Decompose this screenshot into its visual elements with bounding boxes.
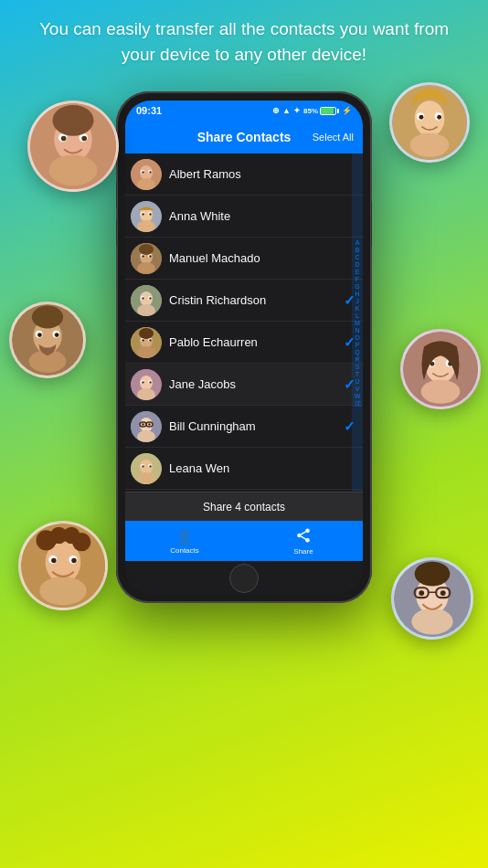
charging-icon: ⚡ xyxy=(342,106,352,115)
svg-point-71 xyxy=(139,244,154,255)
tab-bar: 👤 Contacts Share xyxy=(125,521,363,561)
status-time: 09:31 xyxy=(136,105,162,116)
svg-point-49 xyxy=(415,562,451,587)
contact-name: Anna White xyxy=(169,209,355,223)
svg-point-63 xyxy=(149,213,151,215)
tab-contacts[interactable]: 👤 Contacts xyxy=(125,528,244,555)
table-row[interactable]: Leana Wen xyxy=(125,448,363,490)
contact-name: Albert Ramos xyxy=(169,167,355,181)
avatar xyxy=(131,243,162,274)
status-icons: ⊕ ▲ ✦ 85% ⚡ xyxy=(272,106,352,115)
svg-line-118 xyxy=(301,536,305,539)
table-row[interactable]: Pablo Echaurren ✓ xyxy=(125,322,363,364)
nav-title: Share Contacts xyxy=(197,130,292,144)
table-row[interactable]: Albert Ramos xyxy=(125,153,363,196)
svg-point-10 xyxy=(410,132,450,156)
svg-point-5 xyxy=(61,136,67,142)
svg-point-48 xyxy=(440,590,446,596)
share-bar[interactable]: Share 4 contacts xyxy=(125,492,363,521)
share-bar-text: Share 4 contacts xyxy=(203,501,285,513)
svg-point-7 xyxy=(52,105,93,136)
table-row[interactable]: Jane Jacobs ✓ xyxy=(125,364,363,406)
svg-point-6 xyxy=(81,136,87,142)
contacts-icon: 👤 xyxy=(175,528,194,545)
svg-point-25 xyxy=(421,379,461,403)
svg-point-55 xyxy=(142,171,143,173)
svg-point-36 xyxy=(71,558,77,564)
svg-point-86 xyxy=(139,328,154,339)
svg-point-78 xyxy=(149,297,151,299)
table-row[interactable]: Cristin Richardson ✓ xyxy=(125,280,363,322)
svg-point-21 xyxy=(55,333,59,337)
contact-name: Manuel Machado xyxy=(169,251,355,265)
float-avatar-mid-right xyxy=(400,329,481,409)
avatar xyxy=(131,159,162,190)
hero-text: You can easily transfer all the contacts… xyxy=(0,16,488,67)
tab-contacts-label: Contacts xyxy=(170,546,199,555)
table-row[interactable]: Anna White xyxy=(125,196,363,238)
float-avatar-top-right xyxy=(389,82,470,163)
contact-name: Leana Wen xyxy=(169,461,355,475)
svg-point-116 xyxy=(297,533,302,537)
location-icon: ▲ xyxy=(282,106,291,115)
phone-screen: 09:31 ⊕ ▲ ✦ 85% ⚡ Share Contacts Select … xyxy=(125,101,363,594)
avatar xyxy=(131,327,162,358)
svg-point-70 xyxy=(149,255,151,257)
avatar xyxy=(131,201,162,232)
svg-point-77 xyxy=(142,297,143,299)
svg-point-62 xyxy=(142,213,143,215)
table-row[interactable]: Manuel Machado xyxy=(125,238,363,280)
nav-header: Share Contacts Select All xyxy=(125,121,363,153)
svg-point-115 xyxy=(305,528,310,533)
svg-point-22 xyxy=(32,306,63,329)
tab-share[interactable]: Share xyxy=(244,527,363,556)
svg-line-119 xyxy=(301,531,305,534)
svg-point-107 xyxy=(149,465,151,467)
float-avatar-bot-left xyxy=(18,521,108,610)
float-avatar-mid-left xyxy=(9,302,86,378)
float-avatar-top-left xyxy=(27,101,119,192)
svg-point-40 xyxy=(72,533,90,551)
table-row[interactable]: Bill Cunningham ✓ xyxy=(125,406,363,448)
svg-point-93 xyxy=(149,381,151,383)
status-bar: 09:31 ⊕ ▲ ✦ 85% ⚡ xyxy=(125,101,363,121)
avatar xyxy=(131,285,162,316)
contact-list: Albert Ramos Anna White xyxy=(125,153,363,492)
select-all-button[interactable]: Select All xyxy=(313,132,354,143)
globe-icon: ⊕ xyxy=(272,106,280,115)
svg-point-13 xyxy=(419,115,424,120)
avatar xyxy=(131,453,162,484)
contact-name: Bill Cunningham xyxy=(169,419,344,433)
tab-share-label: Share xyxy=(293,547,313,556)
svg-point-47 xyxy=(419,590,424,596)
svg-point-117 xyxy=(305,538,310,543)
svg-point-84 xyxy=(142,339,143,341)
home-button[interactable] xyxy=(229,564,259,593)
svg-point-69 xyxy=(142,255,143,257)
svg-point-85 xyxy=(149,339,151,341)
float-avatar-bot-right xyxy=(391,557,473,640)
table-row[interactable]: n Cooke xyxy=(125,490,363,492)
avatar xyxy=(131,369,162,400)
svg-point-56 xyxy=(149,171,151,173)
svg-point-32 xyxy=(39,577,87,605)
svg-point-100 xyxy=(148,423,150,425)
svg-point-106 xyxy=(142,465,143,467)
svg-point-92 xyxy=(142,381,143,383)
svg-point-99 xyxy=(142,423,143,425)
avatar xyxy=(131,411,162,442)
svg-point-20 xyxy=(37,333,42,337)
phone-shell: 09:31 ⊕ ▲ ✦ 85% ⚡ Share Contacts Select … xyxy=(116,91,372,603)
svg-point-43 xyxy=(411,609,452,635)
bluetooth-icon: ✦ xyxy=(293,106,301,115)
contact-name: Pablo Echaurren xyxy=(169,335,344,349)
svg-point-14 xyxy=(437,115,441,120)
alphabet-index[interactable]: A B C D E F G H J K L M N O P Q R S T U xyxy=(352,153,363,492)
contact-name: Jane Jacobs xyxy=(169,377,344,391)
contact-name: Cristin Richardson xyxy=(169,293,344,307)
svg-point-2 xyxy=(49,154,98,185)
battery-indicator: 85% xyxy=(303,107,339,115)
share-icon xyxy=(295,527,312,546)
svg-point-35 xyxy=(51,558,57,564)
